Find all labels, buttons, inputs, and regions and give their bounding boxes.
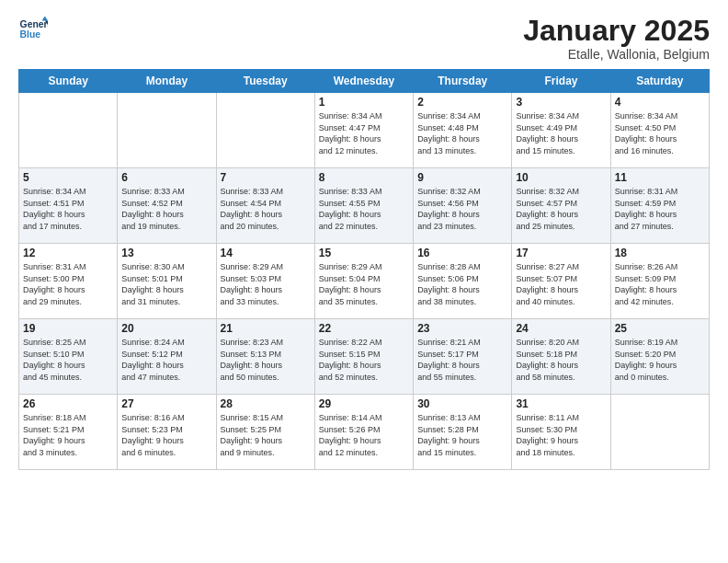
- cell-info: Sunrise: 8:31 AM Sunset: 5:00 PM Dayligh…: [23, 261, 113, 307]
- cell-date: 18: [615, 247, 705, 259]
- cell-info: Sunrise: 8:16 AM Sunset: 5:23 PM Dayligh…: [121, 412, 211, 458]
- svg-text:Blue: Blue: [20, 29, 41, 40]
- cell-info: Sunrise: 8:14 AM Sunset: 5:26 PM Dayligh…: [319, 412, 409, 458]
- table-row: 11Sunrise: 8:31 AM Sunset: 4:59 PM Dayli…: [610, 168, 709, 244]
- cell-date: 22: [319, 322, 409, 335]
- header-monday: Monday: [118, 70, 216, 93]
- table-row: 13Sunrise: 8:30 AM Sunset: 5:01 PM Dayli…: [118, 244, 216, 319]
- cell-date: 12: [23, 247, 113, 259]
- table-row: 3Sunrise: 8:34 AM Sunset: 4:49 PM Daylig…: [512, 93, 610, 168]
- table-row: 23Sunrise: 8:21 AM Sunset: 5:17 PM Dayli…: [414, 319, 512, 395]
- page-subtitle: Etalle, Wallonia, Belgium: [523, 47, 710, 62]
- table-row: 19Sunrise: 8:25 AM Sunset: 5:10 PM Dayli…: [19, 319, 118, 395]
- cell-date: 6: [121, 171, 211, 184]
- table-row: 22Sunrise: 8:22 AM Sunset: 5:15 PM Dayli…: [314, 319, 413, 395]
- cell-info: Sunrise: 8:29 AM Sunset: 5:03 PM Dayligh…: [221, 261, 311, 307]
- table-row: 20Sunrise: 8:24 AM Sunset: 5:12 PM Dayli…: [118, 319, 216, 395]
- header-saturday: Saturday: [610, 70, 709, 93]
- cell-date: 25: [615, 322, 705, 335]
- calendar-table: Sunday Monday Tuesday Wednesday Thursday…: [18, 69, 710, 470]
- table-row: 7Sunrise: 8:33 AM Sunset: 4:54 PM Daylig…: [216, 168, 314, 244]
- table-row: 26Sunrise: 8:18 AM Sunset: 5:21 PM Dayli…: [19, 395, 118, 470]
- logo-icon: General Blue: [18, 15, 48, 44]
- table-row: 17Sunrise: 8:27 AM Sunset: 5:07 PM Dayli…: [512, 244, 610, 319]
- cell-info: Sunrise: 8:32 AM Sunset: 4:57 PM Dayligh…: [516, 186, 606, 232]
- cell-date: 27: [121, 397, 211, 410]
- cell-info: Sunrise: 8:13 AM Sunset: 5:28 PM Dayligh…: [417, 412, 507, 458]
- table-row: 6Sunrise: 8:33 AM Sunset: 4:52 PM Daylig…: [118, 168, 216, 244]
- cell-info: Sunrise: 8:34 AM Sunset: 4:50 PM Dayligh…: [615, 110, 705, 156]
- table-row: 4Sunrise: 8:34 AM Sunset: 4:50 PM Daylig…: [610, 93, 709, 168]
- table-row: 2Sunrise: 8:34 AM Sunset: 4:48 PM Daylig…: [414, 93, 512, 168]
- table-row: 21Sunrise: 8:23 AM Sunset: 5:13 PM Dayli…: [216, 319, 314, 395]
- cell-date: 7: [221, 171, 311, 184]
- cell-info: Sunrise: 8:26 AM Sunset: 5:09 PM Dayligh…: [615, 261, 705, 307]
- cell-info: Sunrise: 8:21 AM Sunset: 5:17 PM Dayligh…: [417, 337, 507, 383]
- cell-date: 30: [417, 397, 507, 410]
- cell-date: 28: [221, 397, 311, 410]
- cell-date: 17: [516, 247, 606, 259]
- cell-info: Sunrise: 8:33 AM Sunset: 4:55 PM Dayligh…: [319, 186, 409, 232]
- cell-info: Sunrise: 8:18 AM Sunset: 5:21 PM Dayligh…: [23, 412, 113, 458]
- header: General Blue January 2025 Etalle, Wallon…: [18, 15, 710, 62]
- cell-info: Sunrise: 8:30 AM Sunset: 5:01 PM Dayligh…: [121, 261, 211, 307]
- table-row: 16Sunrise: 8:28 AM Sunset: 5:06 PM Dayli…: [414, 244, 512, 319]
- cell-info: Sunrise: 8:34 AM Sunset: 4:49 PM Dayligh…: [516, 110, 606, 156]
- table-row: 24Sunrise: 8:20 AM Sunset: 5:18 PM Dayli…: [512, 319, 610, 395]
- calendar-week-row: 19Sunrise: 8:25 AM Sunset: 5:10 PM Dayli…: [19, 319, 710, 395]
- table-row: 30Sunrise: 8:13 AM Sunset: 5:28 PM Dayli…: [414, 395, 512, 470]
- cell-info: Sunrise: 8:33 AM Sunset: 4:52 PM Dayligh…: [121, 186, 211, 232]
- table-row: 18Sunrise: 8:26 AM Sunset: 5:09 PM Dayli…: [610, 244, 709, 319]
- table-row: 10Sunrise: 8:32 AM Sunset: 4:57 PM Dayli…: [512, 168, 610, 244]
- cell-info: Sunrise: 8:11 AM Sunset: 5:30 PM Dayligh…: [516, 412, 606, 458]
- cell-info: Sunrise: 8:28 AM Sunset: 5:06 PM Dayligh…: [417, 261, 507, 307]
- cell-date: 9: [417, 171, 507, 184]
- cell-info: Sunrise: 8:27 AM Sunset: 5:07 PM Dayligh…: [516, 261, 606, 307]
- cell-info: Sunrise: 8:20 AM Sunset: 5:18 PM Dayligh…: [516, 337, 606, 383]
- cell-date: 19: [23, 322, 113, 335]
- cell-date: 16: [417, 247, 507, 259]
- table-row: [19, 93, 118, 168]
- header-thursday: Thursday: [414, 70, 512, 93]
- page-title: January 2025: [523, 15, 710, 47]
- cell-date: 11: [615, 171, 705, 184]
- title-block: January 2025 Etalle, Wallonia, Belgium: [523, 15, 710, 62]
- header-tuesday: Tuesday: [216, 70, 314, 93]
- weekday-header-row: Sunday Monday Tuesday Wednesday Thursday…: [19, 70, 710, 93]
- cell-date: 29: [319, 397, 409, 410]
- cell-info: Sunrise: 8:34 AM Sunset: 4:51 PM Dayligh…: [23, 186, 113, 232]
- table-row: 5Sunrise: 8:34 AM Sunset: 4:51 PM Daylig…: [19, 168, 118, 244]
- cell-info: Sunrise: 8:31 AM Sunset: 4:59 PM Dayligh…: [615, 186, 705, 232]
- cell-info: Sunrise: 8:33 AM Sunset: 4:54 PM Dayligh…: [221, 186, 311, 232]
- table-row: 8Sunrise: 8:33 AM Sunset: 4:55 PM Daylig…: [314, 168, 413, 244]
- table-row: 25Sunrise: 8:19 AM Sunset: 5:20 PM Dayli…: [610, 319, 709, 395]
- header-friday: Friday: [512, 70, 610, 93]
- table-row: 27Sunrise: 8:16 AM Sunset: 5:23 PM Dayli…: [118, 395, 216, 470]
- table-row: 31Sunrise: 8:11 AM Sunset: 5:30 PM Dayli…: [512, 395, 610, 470]
- cell-date: 31: [516, 397, 606, 410]
- table-row: 12Sunrise: 8:31 AM Sunset: 5:00 PM Dayli…: [19, 244, 118, 319]
- table-row: 9Sunrise: 8:32 AM Sunset: 4:56 PM Daylig…: [414, 168, 512, 244]
- cell-info: Sunrise: 8:22 AM Sunset: 5:15 PM Dayligh…: [319, 337, 409, 383]
- header-sunday: Sunday: [19, 70, 118, 93]
- table-row: [610, 395, 709, 470]
- svg-text:General: General: [20, 19, 48, 29]
- svg-marker-2: [42, 17, 48, 21]
- cell-date: 20: [121, 322, 211, 335]
- calendar-week-row: 12Sunrise: 8:31 AM Sunset: 5:00 PM Dayli…: [19, 244, 710, 319]
- page: General Blue January 2025 Etalle, Wallon…: [0, 0, 728, 563]
- cell-date: 23: [417, 322, 507, 335]
- cell-date: 4: [615, 96, 705, 109]
- cell-date: 1: [319, 96, 409, 109]
- cell-info: Sunrise: 8:34 AM Sunset: 4:48 PM Dayligh…: [417, 110, 507, 156]
- cell-date: 26: [23, 397, 113, 410]
- cell-date: 14: [221, 247, 311, 259]
- table-row: 1Sunrise: 8:34 AM Sunset: 4:47 PM Daylig…: [314, 93, 413, 168]
- cell-info: Sunrise: 8:29 AM Sunset: 5:04 PM Dayligh…: [319, 261, 409, 307]
- cell-date: 5: [23, 171, 113, 184]
- table-row: 14Sunrise: 8:29 AM Sunset: 5:03 PM Dayli…: [216, 244, 314, 319]
- cell-date: 13: [121, 247, 211, 259]
- cell-date: 15: [319, 247, 409, 259]
- calendar-week-row: 5Sunrise: 8:34 AM Sunset: 4:51 PM Daylig…: [19, 168, 710, 244]
- cell-date: 3: [516, 96, 606, 109]
